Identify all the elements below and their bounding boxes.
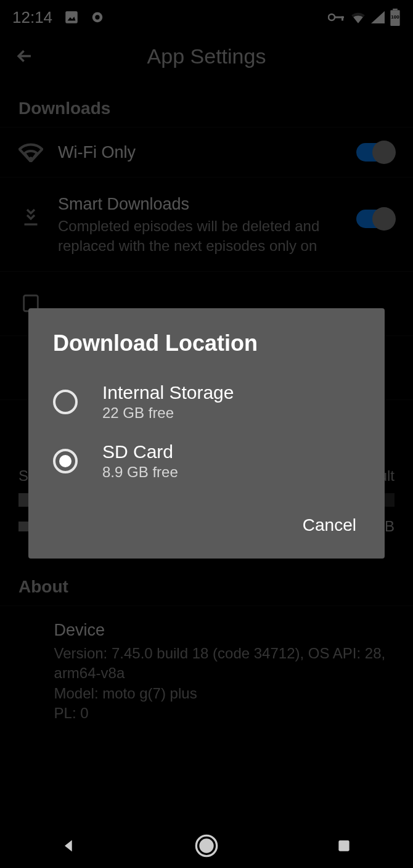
nav-home-button[interactable] xyxy=(192,832,221,860)
download-location-dialog: Download Location Internal Storage 22 GB… xyxy=(28,308,385,559)
nav-recents-button[interactable] xyxy=(330,832,358,860)
cancel-button[interactable]: Cancel xyxy=(299,509,360,541)
option-sd-card[interactable]: SD Card 8.9 GB free xyxy=(53,432,360,491)
option-sd-card-sub: 8.9 GB free xyxy=(102,464,178,481)
svg-point-14 xyxy=(200,840,213,852)
svg-marker-12 xyxy=(65,840,72,852)
radio-internal-storage[interactable] xyxy=(53,390,78,414)
nav-back-button[interactable] xyxy=(55,832,83,860)
option-internal-storage[interactable]: Internal Storage 22 GB free xyxy=(53,372,360,432)
dialog-title: Download Location xyxy=(53,330,360,356)
option-internal-storage-sub: 22 GB free xyxy=(102,404,234,422)
option-sd-card-label: SD Card xyxy=(102,441,178,462)
svg-rect-15 xyxy=(339,840,350,851)
radio-sd-card[interactable] xyxy=(53,449,78,473)
system-nav-bar xyxy=(0,824,413,868)
option-internal-storage-label: Internal Storage xyxy=(102,382,234,403)
